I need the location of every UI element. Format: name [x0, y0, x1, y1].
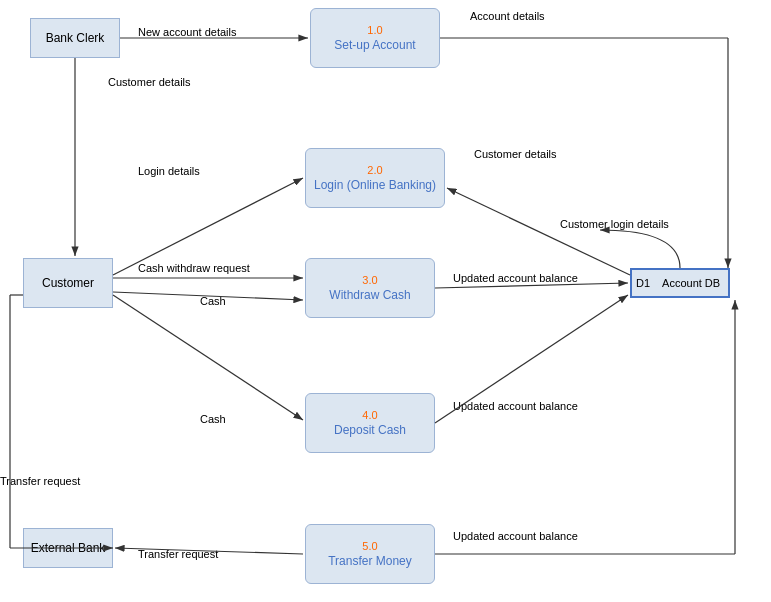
svg-line-7 [447, 188, 630, 275]
label-updated-balance-5: Updated account balance [453, 530, 578, 542]
process-5: 5.0 Transfer Money [305, 524, 435, 584]
svg-line-6 [113, 178, 303, 275]
label-cash-deposit: Cash [200, 413, 226, 425]
diagram-container: Bank Clerk Customer External Bank 1.0 Se… [0, 0, 771, 602]
label-customer-details-right: Customer details [474, 148, 557, 160]
process-3: 3.0 Withdraw Cash [305, 258, 435, 318]
datastore-db-label: Account DB [654, 268, 730, 298]
entity-bank-clerk: Bank Clerk [30, 18, 120, 58]
label-customer-details-top: Customer details [108, 76, 191, 88]
entity-external-bank: External Bank [23, 528, 113, 568]
process-2: 2.0 Login (Online Banking) [305, 148, 445, 208]
label-customer-login-details: Customer login details [560, 218, 669, 230]
label-updated-balance-3: Updated account balance [453, 272, 578, 284]
svg-line-11 [113, 295, 303, 420]
label-account-details: Account details [470, 10, 545, 22]
label-transfer-request-left: Transfer request [0, 475, 80, 487]
label-cash-withdraw: Cash [200, 295, 226, 307]
entity-customer: Customer [23, 258, 113, 308]
label-cash-withdraw-request: Cash withdraw request [138, 262, 250, 274]
label-transfer-request-5: Transfer request [138, 548, 218, 560]
label-new-account-details: New account details [138, 26, 236, 38]
datastore-wrapper: D1 Account DB [630, 268, 730, 298]
label-login-details: Login details [138, 165, 200, 177]
datastore-d1-label: D1 [630, 268, 654, 298]
process-1: 1.0 Set-up Account [310, 8, 440, 68]
label-updated-balance-4: Updated account balance [453, 400, 578, 412]
process-4: 4.0 Deposit Cash [305, 393, 435, 453]
